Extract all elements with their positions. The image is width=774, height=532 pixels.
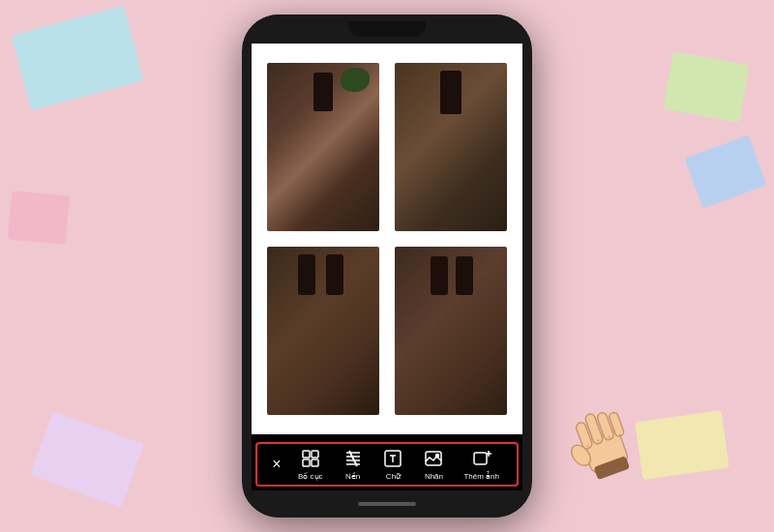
phone-bottom-bar	[242, 490, 532, 517]
label-text: Nhãn	[425, 472, 443, 481]
text-icon	[382, 448, 403, 469]
phone-screen	[252, 44, 522, 434]
text-label: Chữ	[386, 472, 401, 481]
photo-canvas	[252, 44, 522, 434]
photo-slot-3[interactable]	[267, 247, 379, 415]
photo-slot-4[interactable]	[395, 247, 507, 415]
layout-icon	[300, 448, 321, 469]
tool-items-container: Bố cục Nền	[288, 448, 509, 481]
layout-label: Bố cục	[298, 472, 323, 481]
toolbar: × Bố cục	[255, 442, 519, 487]
tool-background[interactable]: Nền	[342, 448, 364, 481]
photo-slot-1[interactable]	[267, 63, 379, 231]
svg-rect-1	[312, 451, 318, 458]
background-label: Nền	[345, 472, 360, 481]
svg-rect-14	[474, 453, 487, 464]
bg-shape-2	[663, 52, 749, 123]
label-icon	[423, 448, 444, 469]
home-indicator	[358, 502, 416, 506]
svg-rect-0	[303, 451, 310, 458]
tool-add-photo[interactable]: Thêm ảnh	[463, 448, 499, 481]
bg-shape-3	[30, 411, 144, 508]
phone-top-bar	[242, 15, 532, 44]
bg-shape-4	[635, 410, 729, 480]
phone-notch	[348, 21, 426, 37]
phone-device: × Bố cục	[242, 15, 532, 517]
bottom-toolbar-area: × Bố cục	[252, 434, 522, 490]
hand-cursor-icon	[561, 397, 648, 484]
bg-shape-1	[12, 6, 144, 110]
add-photo-label: Thêm ảnh	[463, 472, 499, 481]
tool-layout[interactable]: Bố cục	[298, 448, 323, 481]
bg-shape-5	[8, 191, 70, 244]
add-photo-icon	[471, 448, 492, 469]
close-button[interactable]: ×	[265, 453, 288, 476]
tool-text[interactable]: Chữ	[382, 448, 403, 481]
photo-slot-2[interactable]	[395, 63, 507, 231]
background-icon	[342, 448, 364, 469]
svg-rect-3	[312, 459, 318, 466]
tool-label[interactable]: Nhãn	[423, 448, 444, 481]
svg-rect-2	[303, 459, 310, 466]
bg-shape-6	[685, 135, 767, 209]
